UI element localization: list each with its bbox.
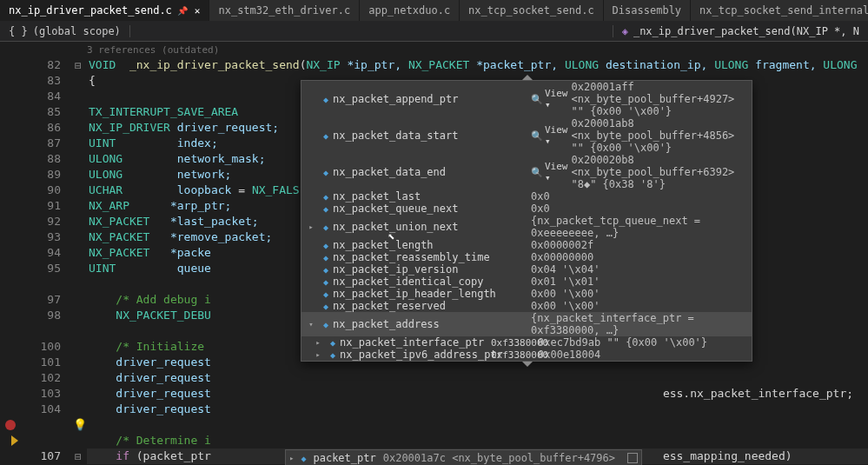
- tab-nx-stm32-eth-driver[interactable]: nx_stm32_eth_driver.c: [209, 0, 360, 21]
- datatip-name: nx_packet_union_next: [333, 221, 484, 233]
- pin-icon[interactable]: 📌: [177, 6, 188, 16]
- debugger-datatip[interactable]: ◆nx_packet_append_ptr🔍 View ▾0x20001aff …: [301, 80, 752, 362]
- datatip-value: 0x04 '\x04': [531, 263, 750, 276]
- datatip-row[interactable]: ◆nx_packet_reserved0x00 '\x00': [301, 300, 752, 312]
- line-number: 97: [26, 292, 61, 308]
- margin-row-107[interactable]: [0, 433, 26, 448]
- datatip-row[interactable]: ▾◆nx_packet_address{nx_packet_interface_…: [301, 312, 752, 336]
- field-icon: ◆: [319, 302, 333, 311]
- line-number: 107: [26, 448, 61, 464]
- line-number: 94: [26, 245, 61, 261]
- line-number: [26, 276, 61, 292]
- expand-icon[interactable]: ▾: [303, 320, 319, 329]
- line-number: 85: [26, 104, 61, 120]
- datatip-row[interactable]: ◆nx_packet_reassembly_time0x00000000: [301, 251, 752, 263]
- datatip-row[interactable]: ▸◆nx_packet_interface_ptr0xf33800000xec7…: [301, 336, 752, 349]
- field-icon: ◆: [319, 277, 333, 287]
- scroll-up-icon[interactable]: [522, 75, 533, 80]
- line-number: 91: [26, 198, 61, 214]
- tab-disassembly[interactable]: Disassembly: [604, 0, 691, 21]
- datatip-value: 0x0: [531, 203, 750, 215]
- expand-icon[interactable]: ▸: [289, 454, 294, 462]
- line-number: 92: [26, 214, 61, 229]
- scope-bar: { } (global scope) ◈ _nx_ip_driver_packe…: [0, 22, 868, 42]
- datatip-row[interactable]: ◆nx_packet_append_ptr🔍 View ▾0x20001aff …: [301, 81, 752, 117]
- datatip-name: nx_packet_ipv6_address_ptr: [340, 349, 491, 361]
- datatip-row[interactable]: ◆nx_packet_queue_next0x0: [301, 203, 752, 215]
- close-icon[interactable]: ✕: [195, 5, 201, 17]
- line-number: 83: [26, 73, 61, 89]
- scope-selector-left[interactable]: { } (global scope): [0, 25, 130, 37]
- scroll-down-icon[interactable]: [522, 362, 533, 367]
- datatip-value: 0x0: [531, 190, 750, 203]
- datatip-row[interactable]: ◆nx_packet_data_end🔍 View ▾0x200020b8 <n…: [301, 154, 752, 190]
- line-number: 104: [26, 402, 61, 417]
- datatip-name: nx_packet_data_end: [333, 166, 484, 178]
- line-number: 89: [26, 167, 61, 183]
- datatip-row[interactable]: ◆nx_packet_length0x0000002f: [301, 239, 752, 251]
- chip-comment-button[interactable]: [627, 453, 638, 463]
- tab-label: nx_tcp_socket_send.c: [468, 4, 594, 17]
- datatip-name: nx_packet_address: [333, 318, 484, 330]
- datatip-row[interactable]: ◆nx_packet_last0x0: [301, 190, 752, 203]
- datatip-name: nx_packet_reassembly_time: [333, 251, 484, 263]
- tab-nx-tcp-socket-send[interactable]: nx_tcp_socket_send.c: [460, 0, 604, 21]
- datatip-name: nx_packet_identical_copy: [333, 276, 484, 288]
- breakpoint-icon[interactable]: [5, 420, 16, 430]
- lightbulb-icon[interactable]: 💡: [73, 419, 85, 431]
- editor-margin[interactable]: [0, 57, 26, 465]
- datatip-value: 🔍 View ▾0x20001aff <nx_byte_pool_buffer+…: [531, 81, 750, 117]
- line-number: 93: [26, 229, 61, 245]
- view-button[interactable]: 🔍 View ▾: [531, 161, 568, 183]
- field-icon: ◆: [319, 320, 333, 329]
- datatip-name: nx_packet_ip_header_length: [333, 288, 484, 300]
- expand-icon[interactable]: ▸: [303, 223, 319, 231]
- code-area[interactable]: VOID _nx_ip_driver_packet_send(NX_IP *ip…: [87, 57, 868, 465]
- magnifier-icon: 🔍: [531, 167, 543, 178]
- expand-icon[interactable]: ▸: [310, 338, 326, 347]
- fold-toggle[interactable]: ⊟: [70, 448, 87, 464]
- datatip-subvalue: 0xf3380000: [491, 349, 538, 361]
- datatip-row[interactable]: ◆nx_packet_ip_header_length0x00 '\x00': [301, 288, 752, 300]
- line-number: [26, 433, 61, 448]
- expand-icon[interactable]: ▸: [310, 350, 326, 359]
- line-number-gutter[interactable]: 82 83 84 85 86 87 88 89 90 91 92 93 94 9…: [26, 57, 70, 465]
- tab-strip: nx_ip_driver_packet_send.c 📌 ✕ nx_stm32_…: [0, 0, 868, 22]
- tab-label: nx_stm32_eth_driver.c: [218, 4, 350, 17]
- codelens-references[interactable]: 3 references (outdated): [0, 42, 868, 57]
- field-icon: ◆: [319, 204, 333, 214]
- datatip-row[interactable]: ▸◆nx_packet_ipv6_address_ptr0xf33800000x…: [301, 349, 752, 361]
- datatip-row[interactable]: ◆nx_packet_data_start🔍 View ▾0x20001ab8 …: [301, 117, 752, 154]
- field-icon: ◆: [319, 289, 333, 299]
- scope-selector-right[interactable]: ◈ _nx_ip_driver_packet_send(NX_IP *, N: [613, 25, 868, 37]
- datatip-row[interactable]: ▸◆nx_packet_union_next{nx_packet_tcp_que…: [301, 215, 752, 239]
- code-editor[interactable]: 82 83 84 85 86 87 88 89 90 91 92 93 94 9…: [0, 57, 868, 465]
- field-icon: ◆: [326, 350, 340, 360]
- field-icon: ◆: [319, 168, 333, 177]
- tab-nx-tcp-socket-send-internal[interactable]: nx_tcp_socket_send_internal.c: [691, 0, 868, 21]
- tab-app-netxduo[interactable]: app_netxduo.c: [360, 0, 460, 21]
- margin-row-106[interactable]: [0, 417, 26, 433]
- tab-nx-ip-driver-packet-send[interactable]: nx_ip_driver_packet_send.c 📌 ✕: [0, 0, 209, 21]
- datatip-name: nx_packet_last: [333, 190, 484, 203]
- field-icon: ◆: [319, 265, 333, 275]
- function-name: _nx_ip_driver_packet_send(NX_IP *, N: [633, 25, 859, 37]
- field-icon: ◆: [319, 253, 333, 262]
- datatip-value: {nx_packet_tcp_queue_next = 0xeeeeeeee, …: [531, 215, 750, 239]
- tab-label: app_netxduo.c: [368, 4, 450, 17]
- datatip-value: 🔍 View ▾0x200020b8 <nx_byte_pool_buffer+…: [531, 154, 750, 190]
- datatip-value: 0x00e18004: [538, 349, 750, 361]
- datatip-value: 0x01 '\x01': [531, 276, 750, 288]
- datatip-name: nx_packet_reserved: [333, 300, 484, 312]
- pinned-variable-chip[interactable]: ▸ ◆ packet_ptr 0x20001a7c <nx_byte_pool_…: [285, 449, 642, 465]
- datatip-row[interactable]: ◆nx_packet_ip_version0x04 '\x04': [301, 263, 752, 276]
- fold-toggle[interactable]: ⊟: [70, 57, 87, 73]
- view-button[interactable]: 🔍 View ▾: [531, 88, 568, 110]
- tab-label: Disassembly: [613, 4, 681, 17]
- outline-gutter[interactable]: ⊟ 💡 ⊟: [70, 57, 87, 465]
- line-number: 84: [26, 89, 61, 104]
- chip-value: 0x20001a7c <nx_byte_pool_buffer+4796>: [383, 452, 615, 464]
- view-button[interactable]: 🔍 View ▾: [531, 124, 568, 147]
- datatip-row[interactable]: ◆nx_packet_identical_copy0x01 '\x01': [301, 276, 752, 288]
- line-number: 86: [26, 120, 61, 136]
